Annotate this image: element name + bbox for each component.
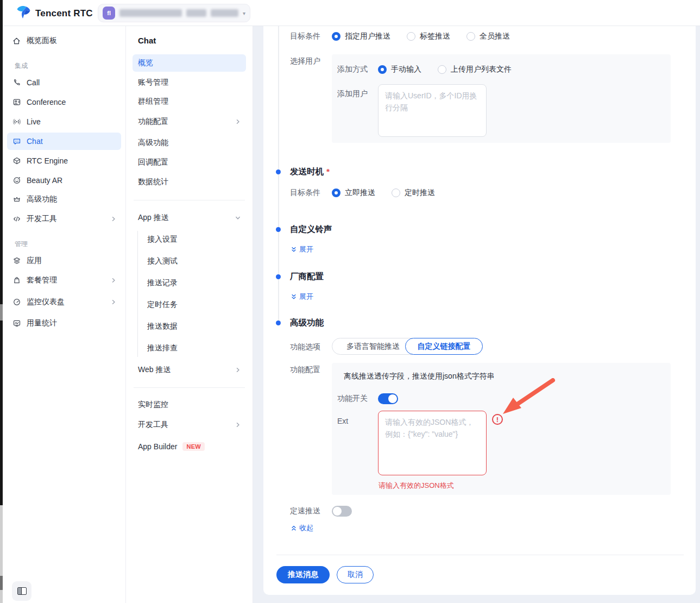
nav-item-label: 推送排查 bbox=[147, 343, 178, 353]
nav-item-label: 接入设置 bbox=[147, 235, 178, 244]
nav-item-advanced-features[interactable]: 高级功能 bbox=[133, 134, 246, 152]
radio-icon[interactable] bbox=[378, 65, 387, 74]
link-label: 展开 bbox=[299, 244, 313, 254]
nav-item-overview[interactable]: 概览 bbox=[133, 54, 246, 72]
push-form-card: 目标条件 指定用户推送 标签推送 全员推送 选择用户 添加方式 bbox=[263, 26, 696, 595]
radio-icon[interactable] bbox=[332, 189, 340, 197]
usage-monitor-icon bbox=[12, 319, 21, 328]
nav-item-realtime-monitor[interactable]: 实时监控 bbox=[133, 396, 246, 413]
sidebar-item-monitoring-dashboard[interactable]: 监控仪表盘 bbox=[7, 293, 121, 311]
sidebar-item-chat[interactable]: Chat bbox=[7, 133, 121, 150]
field-label: 功能配置 bbox=[290, 365, 332, 375]
nav-item-label: 实时监控 bbox=[138, 400, 168, 410]
nav-item-scheduled-task[interactable]: 定时任务 bbox=[133, 296, 246, 313]
nav-item-devtools[interactable]: 开发工具 bbox=[133, 416, 246, 434]
secondary-sidebar-title: Chat bbox=[138, 36, 156, 45]
nav-item-label: 账号管理 bbox=[138, 78, 168, 87]
nav-item-label: 高级功能 bbox=[138, 138, 168, 148]
field-label: 功能开关 bbox=[337, 394, 378, 404]
chevron-right-icon bbox=[235, 422, 241, 428]
nav-item-feature-config[interactable]: 功能配置 bbox=[133, 113, 246, 130]
nav-item-group-management[interactable]: 群组管理 bbox=[133, 93, 246, 110]
sidebar-item-label: Live bbox=[27, 117, 41, 126]
nav-item-access-setting[interactable]: 接入设置 bbox=[133, 231, 246, 248]
nav-item-app-push[interactable]: App 推送 bbox=[133, 209, 246, 227]
submit-push-button[interactable]: 推送消息 bbox=[276, 566, 330, 583]
radio-add-upload[interactable]: 上传用户列表文件 bbox=[438, 65, 512, 74]
sidebar-item-plan-management[interactable]: 套餐管理 bbox=[7, 272, 121, 289]
nav-item-label: 推送记录 bbox=[147, 278, 178, 288]
radio-target-all[interactable]: 全员推送 bbox=[466, 32, 510, 41]
radio-icon[interactable] bbox=[407, 32, 415, 41]
app-selector[interactable]: fl ▾ bbox=[98, 4, 250, 22]
nav-item-account-management[interactable]: 账号管理 bbox=[133, 74, 246, 91]
add-method-row: 添加方式 手动输入 上传用户列表文件 bbox=[337, 64, 528, 76]
conference-icon bbox=[12, 98, 21, 107]
expand-vendor-config-link[interactable]: 展开 bbox=[291, 292, 313, 302]
expand-custom-ring-link[interactable]: 展开 bbox=[291, 244, 313, 254]
radio-icon[interactable] bbox=[438, 65, 446, 74]
nav-item-push-data[interactable]: 推送数据 bbox=[133, 318, 246, 335]
rate-push-row: 定速推送 bbox=[290, 505, 352, 517]
divider bbox=[134, 200, 245, 200]
radio-icon[interactable] bbox=[466, 32, 475, 41]
live-broadcast-icon bbox=[12, 117, 21, 127]
gauge-icon bbox=[12, 298, 21, 307]
ext-json-textarea[interactable] bbox=[378, 411, 487, 475]
sidebar-item-usage-statistics[interactable]: 用量统计 bbox=[7, 315, 121, 332]
nav-item-push-troubleshoot[interactable]: 推送排查 bbox=[133, 340, 246, 357]
sidebar-item-conference[interactable]: Conference bbox=[7, 93, 121, 111]
rate-push-toggle[interactable] bbox=[332, 506, 352, 517]
double-chevron-down-icon bbox=[291, 247, 297, 253]
tab-custom-link-config[interactable]: 自定义链接配置 bbox=[405, 338, 483, 355]
nav-item-push-record[interactable]: 推送记录 bbox=[133, 274, 246, 292]
feature-config-label-row: 功能配置 bbox=[290, 364, 332, 376]
sidebar-item-live[interactable]: Live bbox=[7, 113, 121, 130]
feature-switch-toggle[interactable] bbox=[378, 393, 398, 404]
add-user-textarea[interactable] bbox=[378, 84, 487, 137]
section-label-integration: 集成 bbox=[15, 61, 28, 70]
nav-item-label: 回调配置 bbox=[138, 158, 168, 167]
radio-icon[interactable] bbox=[332, 32, 340, 41]
radio-target-specified[interactable]: 指定用户推送 bbox=[332, 32, 390, 41]
nav-item-web-push[interactable]: Web 推送 bbox=[133, 361, 246, 379]
field-label: 功能选项 bbox=[290, 342, 332, 352]
toggle-knob bbox=[388, 394, 397, 403]
radio-add-manual[interactable]: 手动输入 bbox=[378, 65, 421, 74]
collapse-section-link[interactable]: 收起 bbox=[291, 523, 313, 533]
radio-send-scheduled[interactable]: 定时推送 bbox=[392, 188, 435, 198]
sidebar-item-label: 用量统计 bbox=[27, 318, 57, 328]
sidebar-item-advanced-features[interactable]: 高级功能 bbox=[7, 191, 121, 208]
nav-item-callback-config[interactable]: 回调配置 bbox=[133, 154, 246, 171]
sidebar-item-call[interactable]: Call bbox=[7, 74, 121, 91]
field-label: 目标条件 bbox=[290, 188, 332, 198]
sidebar-item-label: Conference bbox=[27, 98, 66, 106]
radio-send-immediate[interactable]: 立即推送 bbox=[332, 188, 375, 198]
config-description: 离线推送透传字段，推送使用json格式字符串 bbox=[344, 372, 495, 381]
sidebar-item-devtools[interactable]: 开发工具 bbox=[7, 210, 121, 228]
nav-item-label: App 推送 bbox=[138, 213, 169, 223]
collapse-sidebar-button[interactable] bbox=[12, 581, 31, 601]
radio-icon[interactable] bbox=[392, 189, 400, 197]
divider bbox=[134, 387, 245, 388]
submenu-guide-line bbox=[137, 231, 138, 357]
nav-item-data-statistics[interactable]: 数据统计 bbox=[133, 173, 246, 191]
sidebar-item-rtc-engine[interactable]: RTC Engine bbox=[7, 152, 121, 169]
sidebar-item-overview-panel[interactable]: 概览面板 bbox=[7, 32, 121, 49]
topbar: Tencent RTC fl ▾ bbox=[3, 0, 700, 26]
nav-item-access-test[interactable]: 接入测试 bbox=[133, 253, 246, 270]
radio-target-tag[interactable]: 标签推送 bbox=[407, 32, 450, 41]
sidebar-item-beauty-ar[interactable]: Beauty AR bbox=[7, 172, 121, 189]
radio-label: 标签推送 bbox=[420, 32, 450, 41]
nav-item-label: 功能配置 bbox=[138, 117, 168, 127]
nav-item-label: Web 推送 bbox=[138, 365, 171, 375]
tab-multilang-push[interactable]: 多语言智能推送 bbox=[332, 338, 414, 354]
select-user-panel: 添加方式 手动输入 上传用户列表文件 添加用户 bbox=[332, 54, 671, 143]
cancel-button[interactable]: 取消 bbox=[337, 566, 374, 583]
chevron-right-icon bbox=[111, 299, 116, 305]
nav-item-app-builder[interactable]: App Builder NEW bbox=[133, 438, 246, 455]
secondary-sidebar: Chat 概览 账号管理 群组管理 功能配置 高级功能 回调配置 数据统计 Ap… bbox=[126, 26, 253, 603]
ext-error-message: 请输入有效的JSON格式 bbox=[379, 481, 454, 491]
sidebar-item-applications[interactable]: 应用 bbox=[7, 252, 121, 269]
sidebar-item-label: 概览面板 bbox=[27, 36, 57, 46]
